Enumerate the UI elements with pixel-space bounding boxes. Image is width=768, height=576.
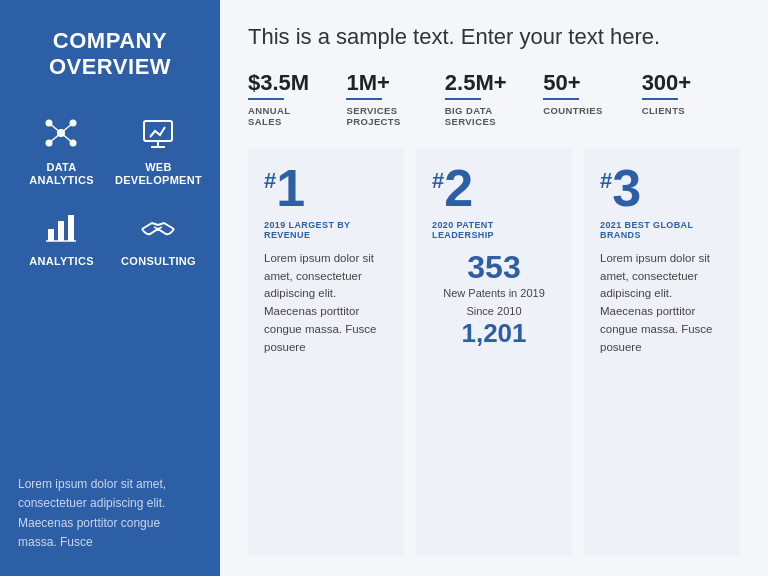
rank-card: #1 2019 LARGEST BY REVENUE Lorem ipsum d…	[248, 148, 404, 556]
stat-item: 1M+ SERVICESPROJECTS	[346, 72, 444, 128]
rank-card: #2 2020 PATENT LEADERSHIP 353 New Patent…	[416, 148, 572, 556]
stat-label: BIG DATASERVICES	[445, 105, 496, 128]
rank-title: 2020 PATENT LEADERSHIP	[432, 220, 556, 240]
stat-item: $3.5M ANNUALSALES	[248, 72, 346, 128]
sidebar-item-consulting: CONSULTING	[115, 205, 202, 268]
stat-divider	[248, 98, 284, 100]
rank-title: 2021 BEST GLOBAL BRANDS	[600, 220, 724, 240]
sidebar-item-analytics: ANALYTICS	[18, 205, 105, 268]
svg-rect-14	[68, 215, 74, 241]
sidebar: COMPANYOVERVIEW DATAANALYTICS	[0, 0, 220, 576]
stat-value: 1M+	[346, 72, 389, 94]
stat-label: CLIENTS	[642, 105, 685, 116]
rank-big-num: 353	[432, 250, 556, 285]
svg-line-5	[49, 123, 61, 133]
sidebar-item-label-web-development: WEBDEVELOPMENT	[115, 161, 202, 187]
stat-value: 300+	[642, 72, 692, 94]
sidebar-item-label-consulting: CONSULTING	[121, 255, 196, 268]
rank-big-label: New Patents in 2019	[432, 287, 556, 299]
sidebar-description: Lorem ipsum dolor sit amet, consectetuer…	[18, 475, 202, 552]
rank-since-label: Since 2010	[432, 305, 556, 317]
svg-line-7	[49, 133, 61, 143]
stat-item: 300+ CLIENTS	[642, 72, 740, 128]
svg-rect-9	[144, 121, 172, 141]
stat-value: $3.5M	[248, 72, 309, 94]
stat-value: 50+	[543, 72, 580, 94]
rank-body: Lorem ipsum dolor sit amet, consectetuer…	[600, 250, 724, 357]
svg-line-8	[61, 133, 73, 143]
sidebar-item-label-data-analytics: DATAANALYTICS	[29, 161, 94, 187]
sidebar-icons-grid: DATAANALYTICS WEBDEVELOPMENT	[18, 111, 202, 269]
stat-divider	[346, 98, 382, 100]
rank-number: #1	[264, 162, 388, 214]
stat-value: 2.5M+	[445, 72, 507, 94]
rank-number: #3	[600, 162, 724, 214]
rank-number: #2	[432, 162, 556, 214]
stat-divider	[445, 98, 481, 100]
stat-label: SERVICESPROJECTS	[346, 105, 400, 128]
rank-title: 2019 LARGEST BY REVENUE	[264, 220, 388, 240]
stat-divider	[543, 98, 579, 100]
barchart-icon	[39, 205, 83, 249]
stat-label: ANNUALSALES	[248, 105, 291, 128]
rank-since-num: 1,201	[432, 319, 556, 348]
svg-rect-13	[58, 221, 64, 241]
svg-rect-12	[48, 229, 54, 241]
svg-line-6	[61, 123, 73, 133]
sidebar-item-web-development: WEBDEVELOPMENT	[115, 111, 202, 187]
main-tagline: This is a sample text. Enter your text h…	[248, 24, 740, 50]
sidebar-title: COMPANYOVERVIEW	[18, 28, 202, 81]
stat-item: 2.5M+ BIG DATASERVICES	[445, 72, 543, 128]
stat-item: 50+ COUNTRIES	[543, 72, 641, 128]
rankings-row: #1 2019 LARGEST BY REVENUE Lorem ipsum d…	[248, 148, 740, 556]
presentation-icon	[136, 111, 180, 155]
rank-card: #3 2021 BEST GLOBAL BRANDS Lorem ipsum d…	[584, 148, 740, 556]
sidebar-item-label-analytics: ANALYTICS	[29, 255, 94, 268]
main-content: This is a sample text. Enter your text h…	[220, 0, 768, 576]
stat-divider	[642, 98, 678, 100]
network-icon	[39, 111, 83, 155]
sidebar-item-data-analytics: DATAANALYTICS	[18, 111, 105, 187]
handshake-icon	[136, 205, 180, 249]
stats-row: $3.5M ANNUALSALES 1M+ SERVICESPROJECTS 2…	[248, 72, 740, 128]
rank-body: Lorem ipsum dolor sit amet, consectetuer…	[264, 250, 388, 357]
stat-label: COUNTRIES	[543, 105, 603, 116]
